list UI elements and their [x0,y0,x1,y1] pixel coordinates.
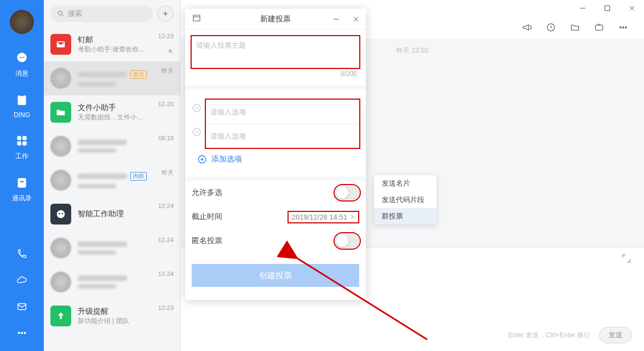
poll-option-input[interactable] [210,132,355,140]
multi-select-toggle[interactable] [335,186,359,200]
svg-point-16 [58,11,62,15]
rail-label: DING [14,111,30,119]
rail-item-contacts[interactable]: 通讯录 [12,175,32,203]
modal-header: 新建投票 [185,9,366,30]
more-horiz-icon[interactable] [618,22,629,33]
conversation-item[interactable]: 文件小助手无需数据线，文件小…12-20 [44,95,180,129]
add-option-button[interactable]: 添加选项 [191,149,360,171]
message-icon [14,50,30,66]
svg-rect-11 [20,181,24,182]
conv-subtitle: 考勤小助手:请查收你… [78,45,174,54]
phone-icon[interactable] [16,248,28,262]
conv-subtitle: 无需数据线，文件小… [78,113,174,122]
conversation-item[interactable]: 12-24 [44,231,180,265]
svg-rect-7 [22,136,27,140]
popup-item[interactable]: 群投票 [374,208,436,225]
win-close[interactable] [619,0,644,16]
multi-select-row: 允许多选 [185,181,366,205]
conv-time: 12-23 [158,304,174,311]
contacts-icon [14,175,30,191]
poll-modal: 新建投票 请输入投票主题 0/200 [185,9,366,300]
svg-point-22 [57,210,65,218]
history-icon[interactable] [545,22,556,33]
popup-item[interactable]: 发送名片 [374,175,436,192]
conv-subtitle: 新功能介绍 | 团队 [78,317,174,326]
svg-point-2 [21,57,22,58]
svg-rect-10 [18,178,26,187]
more-icon[interactable] [16,327,28,341]
poll-option-row [206,124,359,148]
conv-time: 昨天 [162,169,174,177]
compose-hint: Enter 发送，Ctrl+Enter 换行 [508,331,590,340]
conv-time: 12-23 [158,33,174,39]
chevron-right-icon [349,214,355,220]
rail-item-work[interactable]: 工作 [14,133,30,161]
rail-item-messages[interactable]: 消息 [14,50,30,78]
svg-rect-26 [605,6,610,11]
window-controls [570,0,644,16]
conv-title: 文件小助手 [78,103,116,113]
avatar-blurred [50,272,71,292]
svg-line-17 [62,15,64,16]
mail-icon[interactable] [16,301,28,315]
conv-time: 12-24 [158,203,174,209]
expand-icon[interactable] [621,253,632,264]
svg-point-14 [21,332,23,334]
rail-bottom [16,248,28,351]
conv-time: 12-24 [158,237,174,243]
conv-title: 升级提醒 [78,307,108,317]
win-maximize[interactable] [595,0,619,16]
svg-point-24 [61,213,63,215]
search-placeholder: 搜索 [68,9,82,19]
modal-close[interactable] [346,9,366,30]
conversation-item[interactable]: 内部昨天 [44,163,180,197]
rail-item-ding[interactable]: DING [14,93,30,119]
conv-time: 昨天 [162,67,174,75]
mute-icon [167,47,174,57]
conv-app-icon [50,306,71,326]
deadline-picker[interactable]: 2019/12/28 14:51 [288,211,359,223]
conversation-item[interactable]: 升级提醒新功能介绍 | 团队12-23 [44,299,180,333]
folder-icon[interactable] [570,22,580,33]
modal-app-icon [192,13,202,25]
conversation-item[interactable]: 智能工作助理12-24 [44,197,180,231]
conversation-item[interactable]: 08:18 [44,129,180,163]
modal-title: 新建投票 [260,14,291,24]
create-poll-button[interactable]: 创建投票 [192,264,359,287]
anonymous-toggle[interactable] [335,234,359,248]
rail-label: 通讯录 [12,194,32,203]
conv-app-icon [50,204,71,225]
svg-point-32 [623,27,624,28]
anonymous-row: 匿名投票 [185,229,366,253]
nav-rail: 消息 DING 工作 通讯录 [0,0,44,351]
conv-time: 12-24 [158,271,174,277]
svg-point-23 [59,213,60,215]
poll-topic-input[interactable]: 请输入投票主题 [191,35,360,69]
svg-point-15 [24,332,26,334]
modal-minimize[interactable] [326,9,346,30]
remove-option-icon[interactable] [192,103,202,113]
conv-title: 钉邮 [78,35,93,45]
poll-option-input[interactable] [210,108,355,116]
remove-option-icon[interactable] [192,127,202,137]
conversation-item[interactable]: 12-24 [44,265,180,299]
conv-app-icon [50,102,71,123]
avatar-blurred [50,136,71,157]
conv-time: 08:18 [158,135,174,141]
conv-title: 智能工作助理 [78,209,124,219]
announce-icon[interactable] [521,22,532,33]
conv-time: 12-20 [158,101,174,107]
avatar[interactable] [10,10,34,34]
search-input[interactable]: 搜索 [50,5,153,22]
win-minimize[interactable] [570,0,595,16]
avatar-blurred [50,238,71,258]
conversation-item[interactable]: 全员昨天 [44,61,180,95]
add-button[interactable] [157,5,174,22]
conversation-item[interactable]: 钉邮考勤小助手:请查收你…12-23 [44,27,180,61]
tv-icon[interactable] [594,22,605,33]
work-icon [14,133,30,148]
cloud-icon[interactable] [16,274,28,289]
send-button[interactable]: 发送 [599,327,632,343]
popup-item[interactable]: 发送代码片段 [374,192,436,208]
svg-point-31 [620,27,622,28]
